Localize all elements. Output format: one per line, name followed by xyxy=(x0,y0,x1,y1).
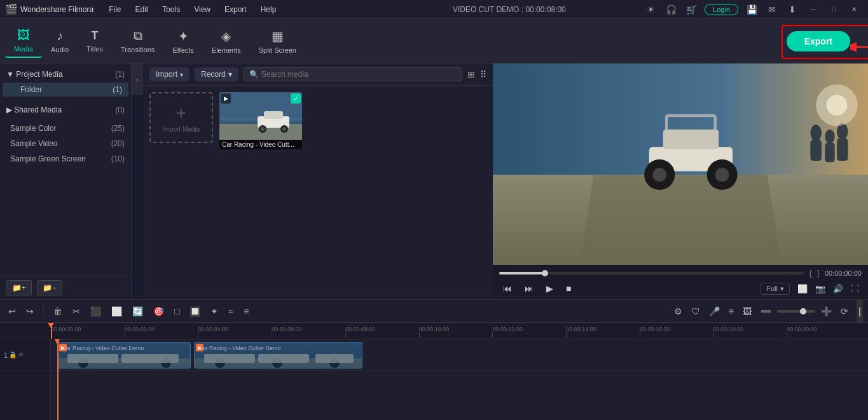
headphone-icon[interactable]: 🎧 xyxy=(664,3,678,17)
collapse-track-button[interactable]: | xyxy=(857,300,863,323)
login-button[interactable]: Login xyxy=(705,4,738,15)
svg-point-11 xyxy=(282,127,286,131)
filter-icon[interactable]: ⊞ xyxy=(467,69,475,79)
timeline-ruler: 00:00:00:00 00:00:02:00 00:00:04:00 00:0… xyxy=(0,323,868,339)
video-clip-1[interactable]: ▶ Car Racing - Video Cutter Demo xyxy=(57,342,191,369)
toolbar-titles[interactable]: T Titles xyxy=(78,25,112,57)
svg-rect-36 xyxy=(67,354,118,363)
sidebar-item-folder[interactable]: Folder (1) xyxy=(3,83,128,97)
sidebar-item-sample-video[interactable]: Sample Video (20) xyxy=(0,136,131,151)
search-input[interactable] xyxy=(261,70,457,79)
menu-edit[interactable]: Edit xyxy=(133,4,151,15)
timeline-playhead-marker xyxy=(55,339,60,344)
settings-button[interactable]: ⚙ xyxy=(671,304,685,318)
sun-icon[interactable]: ☀ xyxy=(644,3,658,17)
playback-slider[interactable] xyxy=(499,272,804,274)
add-folder-button[interactable]: 📁+ xyxy=(6,280,32,295)
cart-icon[interactable]: 🛒 xyxy=(684,3,698,17)
media-item-car-racing[interactable]: ▶ ✓ Car Racing - Video Cutt... xyxy=(219,92,302,149)
rotate-button[interactable]: 🔄 xyxy=(129,304,146,318)
volume-button[interactable]: 🔊 xyxy=(830,283,846,295)
menu-bar: File Edit Tools View Export Help xyxy=(106,4,375,15)
mask-button[interactable]: 🔲 xyxy=(186,304,203,318)
stop-button[interactable]: ■ xyxy=(562,281,575,295)
undo-button[interactable]: ↩ xyxy=(5,304,19,318)
playback-thumb[interactable] xyxy=(542,270,548,276)
sidebar-item-project-media[interactable]: ▼ Project Media (1) xyxy=(0,66,131,83)
menu-export[interactable]: Export xyxy=(222,4,249,15)
quality-selector[interactable]: Full ▾ xyxy=(761,283,790,295)
ruler-mark-9: 00:00:18:00 xyxy=(713,326,744,337)
redo-button[interactable]: ↪ xyxy=(23,304,37,318)
extend-button[interactable]: ⛶ xyxy=(848,283,862,295)
toolbar-elements[interactable]: ◈ Elements xyxy=(203,25,250,58)
copy-button[interactable]: ⬜ xyxy=(108,304,125,318)
cut-button[interactable]: ✂ xyxy=(69,304,83,318)
thumbnail-image xyxy=(219,92,302,140)
save-icon[interactable]: 💾 xyxy=(745,3,759,17)
playhead[interactable] xyxy=(51,323,52,339)
titlebar: 🎬 Wondershare Filmora File Edit Tools Vi… xyxy=(0,0,868,19)
maximize-button[interactable]: □ xyxy=(825,3,843,16)
panel-collapse-button[interactable]: ‹ xyxy=(132,64,143,95)
main-toolbar: 🖼 Media ♪ Audio T Titles ⧉ Transitions ✦… xyxy=(0,19,868,64)
ruler-mark-2: 00:00:04:00 xyxy=(198,326,228,337)
menu-file[interactable]: File xyxy=(106,4,123,15)
mic-button[interactable]: 🎤 xyxy=(706,304,723,318)
toolbar-splitscreen[interactable]: ▦ Split Screen xyxy=(250,25,305,58)
minimize-button[interactable]: ─ xyxy=(804,3,822,16)
delete-button[interactable]: 🗑 xyxy=(50,304,65,318)
thumbnail-corner-icon: ▶ xyxy=(221,93,231,104)
track-lock-button[interactable]: 🔒 xyxy=(9,351,17,359)
timeline-right-buttons: ⚙ 🛡 🎤 ≡ 🖼 ➖ ➕ ⟳ | xyxy=(671,300,863,323)
blank-button[interactable]: □ xyxy=(171,304,183,318)
effect-button[interactable]: ✦ xyxy=(207,304,221,318)
menu-help[interactable]: Help xyxy=(258,4,279,15)
audio-mix-button[interactable]: ≈ xyxy=(225,304,237,318)
thumbnail-button[interactable]: 🖼 xyxy=(740,304,755,318)
import-button[interactable]: Import ▾ xyxy=(149,67,189,81)
mail-icon[interactable]: ✉ xyxy=(765,3,779,17)
elements-icon: ◈ xyxy=(221,29,231,44)
snapshot-button[interactable]: 📷 xyxy=(813,283,828,295)
fit-button[interactable]: ⟳ xyxy=(837,304,851,318)
mirror-button[interactable]: 🎯 xyxy=(150,304,167,318)
sidebar-item-shared-media[interactable]: ▶ Shared Media (0) xyxy=(0,102,131,118)
import-media-button[interactable]: + Import Media xyxy=(149,92,213,143)
record-button[interactable]: Record ▾ xyxy=(195,67,238,81)
zoom-out-button[interactable]: ➖ xyxy=(757,304,775,318)
shield-button[interactable]: 🛡 xyxy=(688,304,703,318)
svg-marker-15 xyxy=(580,175,782,265)
grid-view-icon[interactable]: ⠿ xyxy=(480,69,486,79)
toolbar-audio[interactable]: ♪ Audio xyxy=(42,25,78,57)
zoom-slider-thumb[interactable] xyxy=(800,308,806,315)
toolbar-media[interactable]: 🖼 Media xyxy=(5,24,42,58)
track-eye-button[interactable]: 👁 xyxy=(18,351,24,359)
menu-tools[interactable]: Tools xyxy=(160,4,183,15)
sidebar-item-sample-green[interactable]: Sample Green Screen (10) xyxy=(0,151,131,166)
prev-frame-button[interactable]: ⏮ xyxy=(499,281,516,295)
ruler-mark-8: 00:00:16:00 xyxy=(640,326,670,337)
close-button[interactable]: ✕ xyxy=(845,3,863,16)
delete-folder-button[interactable]: 📁− xyxy=(37,280,62,295)
export-button[interactable]: Export xyxy=(787,31,850,51)
prev-second-button[interactable]: ⏭ xyxy=(521,281,537,295)
track-controls: 1 🔒 👁 xyxy=(4,351,24,359)
zoom-slider[interactable] xyxy=(777,310,815,313)
track-content: ▶ Car Racing - Video Cutter Demo xyxy=(51,339,868,420)
play-button[interactable]: ▶ xyxy=(542,281,557,295)
video-clip-2[interactable]: ▶ Car Racing - Video Cutter Demo xyxy=(194,342,362,369)
timeline-toolbar: ↩ ↪ 🗑 ✂ ⬛ ⬜ 🔄 🎯 □ 🔲 ✦ ≈ ≡ ⚙ 🛡 🎤 ≡ 🖼 ➖ ➕ xyxy=(0,300,868,323)
track-header-button[interactable]: ≡ xyxy=(726,304,737,318)
toolbar-transitions[interactable]: ⧉ Transitions xyxy=(112,25,163,57)
svg-rect-30 xyxy=(837,139,848,161)
toolbar-effects[interactable]: ✦ Effects xyxy=(163,25,202,58)
crop-button[interactable]: ⬛ xyxy=(87,304,104,318)
sidebar-item-sample-color[interactable]: Sample Color (25) xyxy=(0,121,131,136)
download-icon[interactable]: ⬇ xyxy=(785,3,799,17)
speed-button[interactable]: ≡ xyxy=(240,304,252,318)
fullscreen-button[interactable]: ⬜ xyxy=(795,283,810,295)
menu-view[interactable]: View xyxy=(191,4,213,15)
zoom-in-button[interactable]: ➕ xyxy=(818,304,835,318)
thumbnail-preview xyxy=(219,92,302,140)
